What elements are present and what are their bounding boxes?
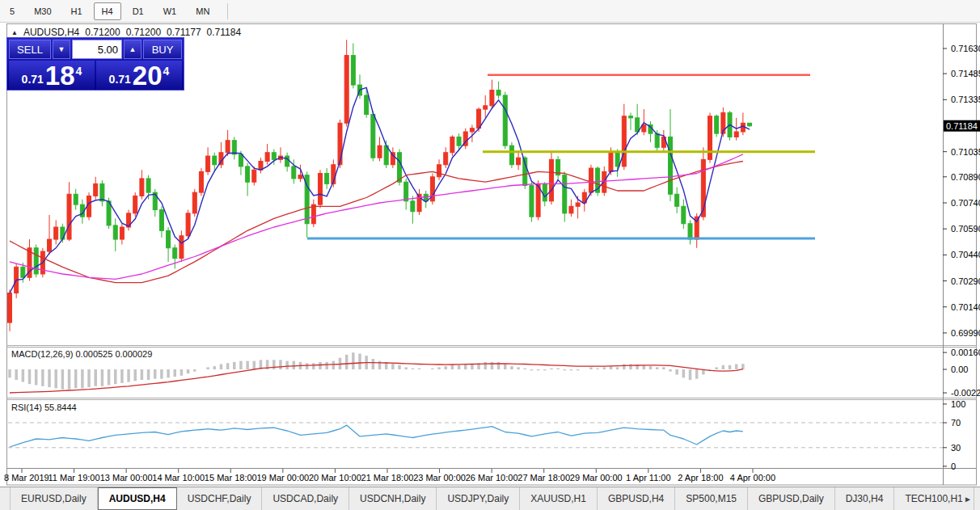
volume-increment-button[interactable]: ▲ (124, 40, 142, 59)
svg-text:26 Mar 10:00: 26 Mar 10:00 (466, 473, 518, 483)
svg-text:0.70590: 0.70590 (951, 224, 980, 234)
svg-text:70: 70 (951, 418, 961, 428)
svg-text:11 Mar 19:00: 11 Mar 19:00 (49, 473, 100, 483)
tab-scroll-right-icon[interactable]: ► (959, 487, 977, 510)
svg-text:0.00: 0.00 (951, 365, 968, 374)
svg-text:8 Mar 2019: 8 Mar 2019 (4, 473, 49, 483)
tab-sp500-m15[interactable]: SP500,M15 (675, 487, 748, 510)
symbol-tab-bar: EURUSD,DailyAUDUSD,H4USDCHF,DailyUSDCAD,… (0, 487, 980, 510)
volume-input[interactable] (72, 40, 122, 59)
svg-text:0.001605: 0.001605 (951, 348, 980, 357)
sell-price-small: 0.71 (22, 73, 44, 86)
svg-text:14 Mar 10:00: 14 Mar 10:00 (152, 473, 205, 483)
svg-text:20 Mar 10:00: 20 Mar 10:00 (309, 473, 361, 483)
svg-text:23 Mar 00:00: 23 Mar 00:00 (413, 473, 466, 483)
svg-text:13 Mar 00:00: 13 Mar 00:00 (100, 473, 153, 483)
chart-symbol-period: AUDUSD,H4 (23, 27, 79, 38)
volume-decrement-button[interactable]: ▼ (53, 40, 70, 59)
svg-text:0.70290: 0.70290 (951, 276, 980, 286)
ohlc-low: 0.71177 (167, 27, 201, 38)
buy-price-small: 0.71 (109, 73, 131, 86)
buy-price-big: 20 (133, 62, 163, 89)
buy-price-display[interactable]: 0.71 20 4 (96, 61, 182, 90)
rsi-indicator-label: RSI(14) 55.8444 (11, 403, 77, 412)
svg-text:0.70440: 0.70440 (951, 250, 980, 259)
tab-eurusd-daily[interactable]: EURUSD,Daily (10, 487, 98, 510)
sell-button[interactable]: SELL (9, 40, 51, 59)
sell-price-display[interactable]: 0.71 18 4 (9, 61, 95, 90)
buy-button[interactable]: BUY (143, 40, 182, 59)
svg-text:0.71184: 0.71184 (946, 121, 978, 131)
svg-text:2 Apr 18:00: 2 Apr 18:00 (678, 473, 723, 483)
mt4-terminal: 5M30H1H4D1W1MN 0.716300.714850.713350.71… (0, 0, 980, 510)
tab-dj30-h4[interactable]: DJ30,H4 (835, 487, 895, 510)
buy-price-pip: 4 (163, 65, 170, 78)
one-click-trading-panel: SELL ▼ ▲ BUY 0.71 18 4 0.71 20 4 (6, 37, 184, 91)
svg-text:0.69990: 0.69990 (951, 328, 980, 338)
ohlc-open: 0.71200 (85, 27, 120, 38)
svg-text:0.70140: 0.70140 (951, 302, 980, 312)
ohlc-close: 0.71184 (207, 27, 242, 38)
svg-text:-0.002235: -0.002235 (951, 388, 980, 398)
tab-usdchf-daily[interactable]: USDCHF,Daily (177, 487, 263, 510)
svg-text:100: 100 (951, 399, 965, 409)
tab-audusd-h4[interactable]: AUDUSD,H4 (98, 487, 177, 510)
chart-ohlc-header: ▲ AUDUSD,H4 0.71200 0.71200 0.71177 0.71… (11, 27, 241, 38)
tab-usdjpy-daily[interactable]: USDJPY,Daily (437, 487, 520, 510)
sell-price-big: 18 (45, 62, 75, 89)
tab-gbpusd-daily[interactable]: GBPUSD,Daily (748, 487, 835, 510)
svg-text:0.70740: 0.70740 (951, 198, 980, 208)
svg-text:0.71335: 0.71335 (951, 95, 980, 104)
svg-text:4 Apr 00:00: 4 Apr 00:00 (730, 473, 775, 483)
ohlc-high: 0.71200 (126, 27, 161, 38)
svg-text:29 Mar 00:00: 29 Mar 00:00 (570, 473, 623, 483)
svg-text:0.71630: 0.71630 (951, 44, 980, 53)
tab-xauusd-h1[interactable]: XAUUSD,H1 (520, 487, 598, 510)
svg-text:27 Mar 18:00: 27 Mar 18:00 (517, 473, 570, 483)
svg-text:0.70890: 0.70890 (951, 172, 980, 182)
svg-text:21 Mar 18:00: 21 Mar 18:00 (361, 473, 414, 483)
tab-gbpusd-h4[interactable]: GBPUSD,H4 (598, 487, 675, 510)
svg-text:30: 30 (951, 443, 961, 453)
svg-text:15 Mar 18:00: 15 Mar 18:00 (205, 473, 257, 483)
tab-usdcad-daily[interactable]: USDCAD,Daily (262, 487, 349, 510)
svg-text:1 Apr 11:00: 1 Apr 11:00 (626, 473, 670, 483)
svg-text:0.71035: 0.71035 (951, 147, 980, 157)
collapse-triangle-icon: ▲ (11, 29, 18, 36)
macd-indicator-label: MACD(12,26,9) 0.000525 0.000029 (11, 349, 152, 359)
svg-text:19 Mar 00:00: 19 Mar 00:00 (256, 473, 309, 483)
sell-price-pip: 4 (76, 65, 82, 78)
svg-text:0: 0 (951, 462, 956, 471)
svg-text:0.71485: 0.71485 (951, 69, 980, 78)
tab-usdcnh-daily[interactable]: USDCNH,Daily (349, 487, 437, 510)
